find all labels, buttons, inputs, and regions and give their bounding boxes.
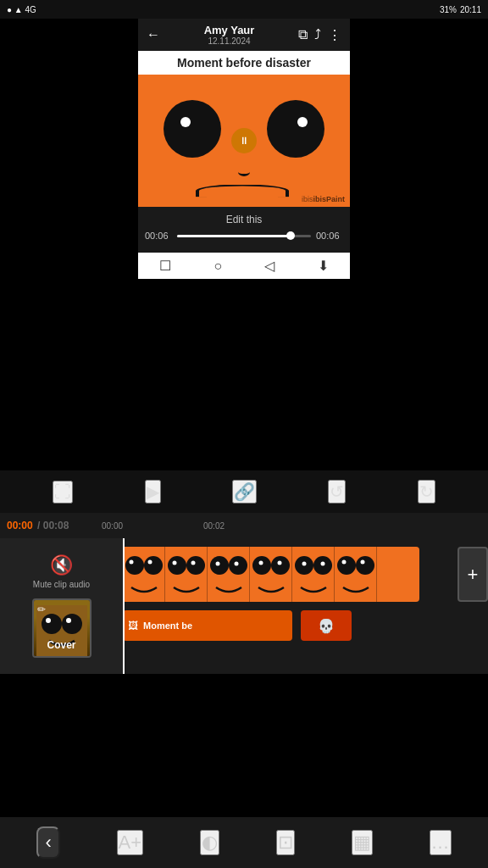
bottom-chart-button[interactable]: ▦ (352, 830, 373, 855)
status-right: 31% 20:11 (440, 5, 481, 14)
svg-point-33 (342, 560, 347, 565)
cover-thumbnail[interactable]: ✏ Cover (32, 598, 92, 658)
svg-point-28 (302, 562, 307, 566)
ibis-paint-text: ibisPaint (313, 195, 345, 203)
redo-button[interactable]: ↻ (418, 480, 435, 504)
pause-button[interactable]: ⏸ (231, 128, 257, 153)
bottom-brush-button[interactable]: ◐ (200, 830, 219, 855)
text-track-2[interactable]: 💀 (301, 610, 352, 641)
progress-thumb (286, 231, 295, 240)
svg-point-3 (46, 618, 51, 623)
timeline-ruler: 00:00 00:02 (102, 513, 488, 538)
svg-rect-5 (123, 547, 165, 602)
svg-point-18 (216, 562, 220, 566)
video-track-frames (123, 547, 377, 602)
video-canvas[interactable]: ⏸ ibisibisPaint (138, 75, 350, 207)
more-button[interactable]: ⋮ (328, 27, 341, 43)
nav-row: ☐ ○ ◁ ⬇ (138, 253, 350, 279)
frame-3 (208, 547, 250, 602)
frame-svg-6 (335, 547, 377, 602)
nav-square-icon[interactable]: ☐ (159, 258, 171, 274)
progress-bar[interactable] (177, 235, 311, 237)
svg-point-21 (252, 556, 271, 575)
svg-rect-15 (208, 547, 250, 602)
back-button[interactable]: ← (147, 27, 160, 42)
svg-point-8 (130, 560, 134, 565)
add-clip-button[interactable]: + (458, 547, 488, 602)
playhead (123, 538, 125, 674)
svg-point-14 (191, 561, 196, 565)
svg-point-2 (62, 614, 82, 634)
frame-2 (165, 547, 208, 602)
play-button[interactable]: ▶ (145, 480, 161, 504)
video-title-bar: Moment before disaster (138, 51, 350, 75)
frame-svg-4 (250, 547, 292, 602)
user-name: Amy Yaur (204, 24, 255, 36)
frame-4 (250, 547, 292, 602)
svg-point-29 (321, 562, 325, 566)
svg-point-13 (173, 561, 177, 565)
bottom-crop-button[interactable]: ⊡ (276, 830, 295, 855)
svg-point-19 (235, 562, 239, 566)
frame-svg-1 (123, 547, 165, 602)
time-row: 00:06 00:06 (145, 231, 343, 241)
svg-point-7 (144, 556, 163, 575)
nav-back-icon[interactable]: ◁ (264, 258, 274, 274)
progress-fill (177, 235, 291, 237)
svg-point-31 (337, 556, 356, 575)
frame-svg-2 (165, 547, 208, 602)
battery-text: 31% (440, 5, 457, 14)
video-controls: Edit this 00:06 00:06 (138, 207, 350, 253)
status-bar: ● ▲ 4G 31% 20:11 (0, 0, 488, 19)
text-track-label: Moment be (143, 620, 192, 631)
frame-1 (123, 547, 165, 602)
undo-button[interactable]: ↺ (328, 480, 346, 504)
time-start: 00:06 (145, 231, 172, 241)
mute-button[interactable]: 🔇 Mute clip audio (33, 554, 90, 590)
ruler-mark-0: 00:00 (102, 521, 123, 531)
time-text: 20:11 (460, 5, 481, 14)
duplicate-button[interactable]: ⧉ (298, 27, 308, 42)
svg-point-23 (259, 561, 263, 565)
cover-label: Cover (47, 639, 75, 651)
svg-point-1 (42, 614, 62, 634)
header-date: 12.11.2024 (204, 36, 255, 46)
current-time: 00:00 (7, 520, 33, 531)
ibis-watermark: ibisibisPaint (302, 195, 345, 203)
face-nose (238, 168, 250, 176)
expand-button[interactable]: ⛶ (53, 481, 73, 504)
eye-right (267, 100, 324, 158)
add-icon: + (468, 564, 479, 586)
svg-rect-25 (292, 547, 335, 602)
share-button[interactable]: ⤴ (314, 27, 321, 42)
bottom-more-button[interactable]: … (430, 830, 452, 855)
editor-toolbar: ⛶ ▶ 🔗 ↺ ↻ (0, 470, 488, 513)
svg-point-34 (361, 560, 365, 565)
svg-point-12 (186, 556, 205, 575)
svg-point-32 (356, 556, 374, 575)
total-time: / 00:08 (37, 520, 69, 531)
svg-point-6 (125, 556, 144, 575)
edit-this-label: Edit this (145, 214, 343, 225)
bottom-back-button[interactable]: ‹ (36, 826, 59, 859)
phone-frame: ← Amy Yaur 12.11.2024 ⧉ ⤴ ⋮ Moment befor… (138, 19, 350, 279)
header-icons: ⧉ ⤴ ⋮ (298, 27, 341, 43)
bottom-text-button[interactable]: A+ (117, 830, 144, 855)
frame-6 (335, 547, 377, 602)
track-labels: 🔇 Mute clip audio ✏ Cover (0, 538, 123, 674)
nav-circle-icon[interactable]: ○ (214, 259, 222, 274)
bottom-toolbar: ‹ A+ ◐ ⊡ ▦ … (0, 817, 488, 868)
svg-point-22 (271, 556, 290, 575)
svg-point-11 (168, 556, 186, 575)
video-track[interactable] (123, 547, 419, 602)
nav-download-icon[interactable]: ⬇ (318, 258, 329, 274)
track-area: 🔇 Mute clip audio ✏ Cover (0, 538, 488, 674)
svg-point-16 (210, 556, 229, 575)
ruler-mark-2: 00:02 (203, 521, 225, 531)
link-button[interactable]: 🔗 (232, 480, 257, 504)
face-mouth (196, 185, 289, 198)
svg-point-4 (66, 618, 71, 623)
text-track-1[interactable]: 🖼 Moment be (123, 610, 292, 641)
mute-label: Mute clip audio (33, 580, 90, 590)
svg-point-9 (148, 560, 152, 565)
